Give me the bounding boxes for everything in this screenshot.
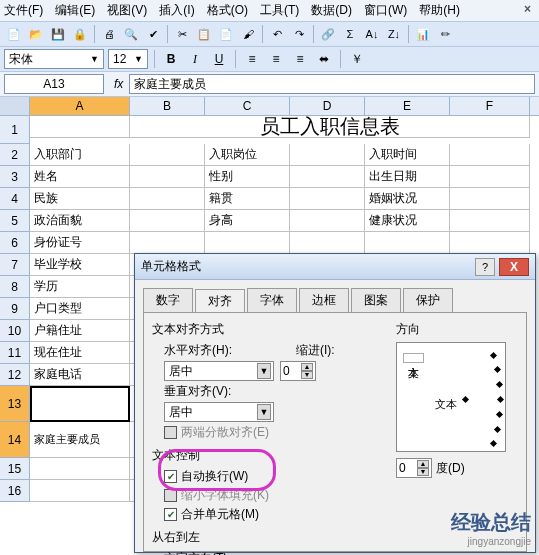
paste-icon[interactable]: 📄 <box>216 24 236 44</box>
menu-tools[interactable]: 工具(T) <box>260 2 299 19</box>
cell[interactable]: 出生日期 <box>365 166 450 188</box>
spin-down-icon[interactable]: ▼ <box>301 371 313 379</box>
orientation-control[interactable]: 文本 文本 <box>396 342 506 452</box>
spin-down-icon[interactable]: ▼ <box>417 468 429 476</box>
cell[interactable] <box>290 188 365 210</box>
merge-cells-checkbox[interactable]: ✔ <box>164 508 177 521</box>
menu-data[interactable]: 数据(D) <box>311 2 352 19</box>
row-header[interactable]: 15 <box>0 458 30 480</box>
orientation-dial[interactable]: 文本 <box>433 349 501 447</box>
cell[interactable]: 身高 <box>205 210 290 232</box>
print-icon[interactable]: 🖨 <box>99 24 119 44</box>
align-center-icon[interactable]: ≡ <box>266 49 286 69</box>
cell[interactable] <box>290 210 365 232</box>
menu-insert[interactable]: 插入(I) <box>159 2 194 19</box>
spin-up-icon[interactable]: ▲ <box>417 460 429 468</box>
tab-alignment[interactable]: 对齐 <box>195 289 245 313</box>
cell[interactable]: 家庭主要成员 <box>30 422 130 458</box>
cell[interactable]: 现在住址 <box>30 342 130 364</box>
menu-edit[interactable]: 编辑(E) <box>55 2 95 19</box>
cell[interactable] <box>290 166 365 188</box>
cell[interactable]: 籍贯 <box>205 188 290 210</box>
cell[interactable] <box>205 232 290 254</box>
cell[interactable]: 入职部门 <box>30 144 130 166</box>
horiz-align-combo[interactable]: 居中 ▼ <box>164 361 274 381</box>
menu-file[interactable]: 文件(F) <box>4 2 43 19</box>
cell[interactable] <box>30 458 130 480</box>
row-header[interactable]: 12 <box>0 364 30 386</box>
underline-button[interactable]: U <box>209 49 229 69</box>
currency-icon[interactable]: ￥ <box>347 49 367 69</box>
cell[interactable]: 民族 <box>30 188 130 210</box>
save-icon[interactable]: 💾 <box>48 24 68 44</box>
cell[interactable] <box>365 232 450 254</box>
row-header[interactable]: 14 <box>0 422 30 458</box>
row-header[interactable]: 8 <box>0 276 30 298</box>
cell-selected[interactable] <box>30 386 130 422</box>
name-box[interactable]: A13 <box>4 74 104 94</box>
cell[interactable] <box>130 210 205 232</box>
row-header[interactable]: 7 <box>0 254 30 276</box>
wrap-text-checkbox[interactable]: ✔ <box>164 470 177 483</box>
row-header[interactable]: 2 <box>0 144 30 166</box>
font-name-combo[interactable]: 宋体 ▼ <box>4 49 104 69</box>
row-header[interactable]: 9 <box>0 298 30 320</box>
tab-font[interactable]: 字体 <box>247 288 297 312</box>
merge-center-icon[interactable]: ⬌ <box>314 49 334 69</box>
cell[interactable] <box>290 144 365 166</box>
row-header[interactable]: 5 <box>0 210 30 232</box>
chevron-down-icon[interactable]: ▼ <box>257 363 271 379</box>
spin-up-icon[interactable]: ▲ <box>301 363 313 371</box>
row-header[interactable]: 11 <box>0 342 30 364</box>
drawing-icon[interactable]: ✏ <box>435 24 455 44</box>
preview-icon[interactable]: 🔍 <box>121 24 141 44</box>
cell[interactable]: 身份证号 <box>30 232 130 254</box>
sum-icon[interactable]: Σ <box>340 24 360 44</box>
open-icon[interactable]: 📂 <box>26 24 46 44</box>
spell-icon[interactable]: ✔ <box>143 24 163 44</box>
menu-format[interactable]: 格式(O) <box>207 2 248 19</box>
cell[interactable]: 毕业学校 <box>30 254 130 276</box>
cut-icon[interactable]: ✂ <box>172 24 192 44</box>
tab-pattern[interactable]: 图案 <box>351 288 401 312</box>
cell[interactable]: 政治面貌 <box>30 210 130 232</box>
bold-button[interactable]: B <box>161 49 181 69</box>
column-header-e[interactable]: E <box>365 97 450 115</box>
cell[interactable]: 性别 <box>205 166 290 188</box>
column-header-f[interactable]: F <box>450 97 530 115</box>
row-header[interactable]: 4 <box>0 188 30 210</box>
justify-distributed-checkbox[interactable] <box>164 426 177 439</box>
degree-spinner[interactable]: 0 ▲▼ <box>396 458 432 478</box>
formula-bar[interactable]: 家庭主要成员 <box>129 74 535 94</box>
tab-border[interactable]: 边框 <box>299 288 349 312</box>
row-header[interactable]: 10 <box>0 320 30 342</box>
chevron-down-icon[interactable]: ▼ <box>90 54 99 64</box>
row-header[interactable]: 13 <box>0 386 30 422</box>
cell[interactable]: 健康状况 <box>365 210 450 232</box>
cell[interactable] <box>450 188 530 210</box>
copy-icon[interactable]: 📋 <box>194 24 214 44</box>
undo-icon[interactable]: ↶ <box>267 24 287 44</box>
align-right-icon[interactable]: ≡ <box>290 49 310 69</box>
cell[interactable] <box>450 232 530 254</box>
cell[interactable] <box>450 144 530 166</box>
title-cell[interactable]: 员工入职信息表 <box>130 116 530 138</box>
cell[interactable] <box>130 188 205 210</box>
cell[interactable] <box>30 480 130 502</box>
row-header[interactable]: 6 <box>0 232 30 254</box>
permission-icon[interactable]: 🔒 <box>70 24 90 44</box>
sort-asc-icon[interactable]: A↓ <box>362 24 382 44</box>
cell[interactable] <box>450 166 530 188</box>
dialog-titlebar[interactable]: 单元格格式 ? X <box>135 254 535 280</box>
link-icon[interactable]: 🔗 <box>318 24 338 44</box>
align-left-icon[interactable]: ≡ <box>242 49 262 69</box>
row-header[interactable]: 1 <box>0 116 30 144</box>
sort-desc-icon[interactable]: Z↓ <box>384 24 404 44</box>
cell[interactable] <box>130 144 205 166</box>
cell[interactable]: 入职时间 <box>365 144 450 166</box>
column-header-a[interactable]: A <box>30 97 130 115</box>
shrink-to-fit-checkbox[interactable] <box>164 489 177 502</box>
chart-icon[interactable]: 📊 <box>413 24 433 44</box>
font-size-combo[interactable]: 12 ▼ <box>108 49 148 69</box>
cell[interactable]: 家庭电话 <box>30 364 130 386</box>
